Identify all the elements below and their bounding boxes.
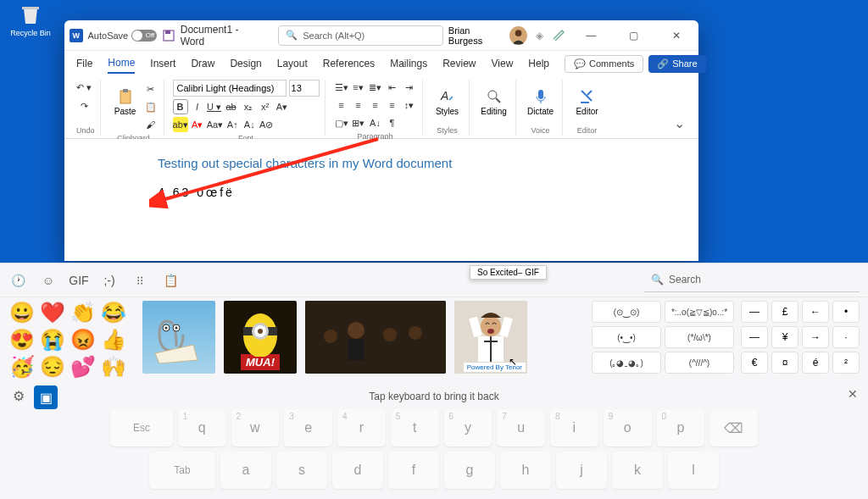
font-name-select[interactable] — [173, 80, 287, 97]
key-q[interactable]: 1q — [178, 409, 226, 446]
key-j[interactable]: j — [556, 452, 607, 489]
gif-clippy[interactable] — [142, 301, 215, 374]
kaomoji-item[interactable]: *:..o(≧▽≦)o..:* — [665, 301, 734, 323]
tab-home[interactable]: Home — [108, 53, 135, 74]
user-account[interactable]: Brian Burgess — [448, 25, 527, 46]
editor-button[interactable]: Editor — [571, 80, 604, 124]
redo-button[interactable]: ↷ — [76, 98, 92, 114]
panel-search[interactable]: 🔍 Search — [644, 269, 860, 292]
close-button[interactable]: ✕ — [659, 24, 693, 47]
key-o[interactable]: 9o — [604, 409, 652, 446]
underline-button[interactable]: U ▾ — [207, 99, 222, 114]
decrease-indent-button[interactable]: ⇤ — [385, 80, 400, 95]
tab-file[interactable]: File — [76, 54, 92, 73]
emoji-item[interactable]: ❤️ — [39, 301, 66, 324]
key-l[interactable]: l — [668, 452, 719, 489]
share-button[interactable]: 🔗 Share — [648, 55, 705, 73]
symbol-item[interactable]: € — [741, 352, 768, 374]
kaomoji-item[interactable]: (*/ω\*) — [665, 326, 734, 348]
collapse-ribbon-button[interactable]: ⌄ — [667, 112, 692, 135]
emoji-item[interactable]: 👍 — [100, 328, 127, 352]
key-i[interactable]: 8i — [550, 409, 598, 446]
clipboard-tab-icon[interactable]: 📋 — [161, 271, 180, 290]
search-box[interactable]: 🔍 Search (Alt+Q) — [278, 25, 443, 46]
subscript-button[interactable]: x₂ — [241, 99, 256, 114]
emoji-item[interactable]: 😔 — [39, 355, 66, 379]
highlight-button[interactable]: ab▾ — [173, 117, 188, 132]
cut-button[interactable]: ✂ — [143, 81, 159, 97]
symbol-item[interactable]: — — [741, 301, 768, 323]
symbol-item[interactable]: é — [802, 352, 829, 374]
dock-keyboard-button[interactable]: ▣ — [34, 385, 58, 409]
symbols-tab-icon[interactable]: ⁝⁝ — [131, 271, 149, 290]
undo-button[interactable]: ↶ ▾ — [76, 80, 92, 95]
gif-minion[interactable]: MUA! — [224, 301, 297, 374]
strike-button[interactable]: ab — [224, 99, 239, 114]
shading-button[interactable]: ▢▾ — [334, 115, 349, 130]
align-left-button[interactable]: ≡ — [334, 97, 349, 113]
emoji-item[interactable]: 🙌 — [100, 355, 127, 379]
key-tab[interactable]: Tab — [149, 452, 215, 489]
emoji-item[interactable]: 😡 — [70, 328, 97, 352]
grow-font-button[interactable]: A↑ — [225, 117, 240, 132]
key-g[interactable]: g — [444, 452, 495, 489]
kaomoji-item[interactable]: (•‿•) — [592, 326, 661, 348]
autosave-toggle[interactable]: AutoSave Off — [88, 30, 158, 42]
symbol-item[interactable]: → — [802, 326, 829, 348]
symbol-item[interactable]: ¤ — [771, 352, 798, 374]
key-w[interactable]: 2w — [231, 409, 280, 446]
key-h[interactable]: h — [500, 452, 551, 489]
show-marks-button[interactable]: ¶ — [385, 115, 400, 130]
tab-design[interactable]: Design — [230, 54, 261, 73]
emoji-item[interactable]: 😭 — [39, 328, 66, 352]
desktop-recycle-bin[interactable]: Recycle Bin — [5, 0, 56, 37]
symbol-item[interactable]: — — [741, 326, 768, 348]
kaomoji-tab-icon[interactable]: ;-) — [100, 271, 119, 290]
gif-theater[interactable] — [305, 301, 446, 374]
symbol-item[interactable]: ² — [832, 352, 860, 374]
editing-button[interactable]: Editing — [478, 80, 510, 124]
key-k[interactable]: k — [612, 452, 663, 489]
change-case-button[interactable]: Aa▾ — [207, 117, 223, 132]
pen-icon[interactable] — [552, 27, 565, 43]
key-a[interactable]: a — [220, 452, 271, 489]
tab-layout[interactable]: Layout — [277, 54, 308, 73]
paste-button[interactable]: Paste — [109, 80, 142, 124]
emoji-item[interactable]: 🥳 — [8, 355, 36, 379]
sort-button[interactable]: A↓ — [368, 115, 383, 130]
font-size-select[interactable] — [289, 80, 320, 97]
italic-button[interactable]: I — [190, 99, 205, 114]
key-f[interactable]: f — [388, 452, 439, 489]
key-p[interactable]: 0p — [657, 409, 705, 446]
symbol-item[interactable]: · — [832, 326, 860, 348]
kaomoji-item[interactable]: (^///^) — [665, 352, 734, 374]
symbol-item[interactable]: ¥ — [771, 326, 798, 348]
document-canvas[interactable]: Testing out special characters in my Wor… — [64, 139, 698, 261]
tab-review[interactable]: Review — [442, 54, 476, 73]
key-esc[interactable]: Esc — [110, 409, 173, 446]
kaomoji-item[interactable]: (⊙‿⊙) — [592, 301, 661, 323]
multilevel-button[interactable]: ≣▾ — [368, 80, 383, 95]
tab-insert[interactable]: Insert — [150, 54, 175, 73]
tab-view[interactable]: View — [492, 54, 514, 73]
emoji-item[interactable]: 😂 — [100, 301, 127, 324]
bullets-button[interactable]: ☰▾ — [334, 80, 349, 95]
increase-indent-button[interactable]: ⇥ — [402, 80, 417, 95]
symbol-item[interactable]: • — [832, 301, 860, 323]
format-painter-button[interactable]: 🖌 — [143, 117, 159, 132]
symbol-item[interactable]: ← — [802, 301, 829, 323]
kaomoji-item[interactable]: (­｡◕‿◕｡) — [592, 352, 661, 374]
borders-button[interactable]: ⊞▾ — [351, 115, 366, 130]
minimize-button[interactable]: — — [574, 24, 608, 47]
clear-format-button[interactable]: A⊘ — [259, 117, 274, 132]
save-icon[interactable] — [162, 29, 175, 42]
text-effects-button[interactable]: A▾ — [275, 99, 290, 114]
emoji-tab-icon[interactable]: ☺ — [39, 271, 58, 290]
key-y[interactable]: 6y — [444, 409, 492, 446]
recent-tab-icon[interactable]: 🕐 — [8, 271, 27, 290]
shrink-font-button[interactable]: A↓ — [242, 117, 257, 132]
bold-button[interactable]: B — [173, 99, 188, 114]
gif-tab-icon[interactable]: GIF — [70, 271, 88, 290]
tab-draw[interactable]: Draw — [191, 54, 214, 73]
comments-button[interactable]: 💬 Comments — [565, 55, 643, 73]
